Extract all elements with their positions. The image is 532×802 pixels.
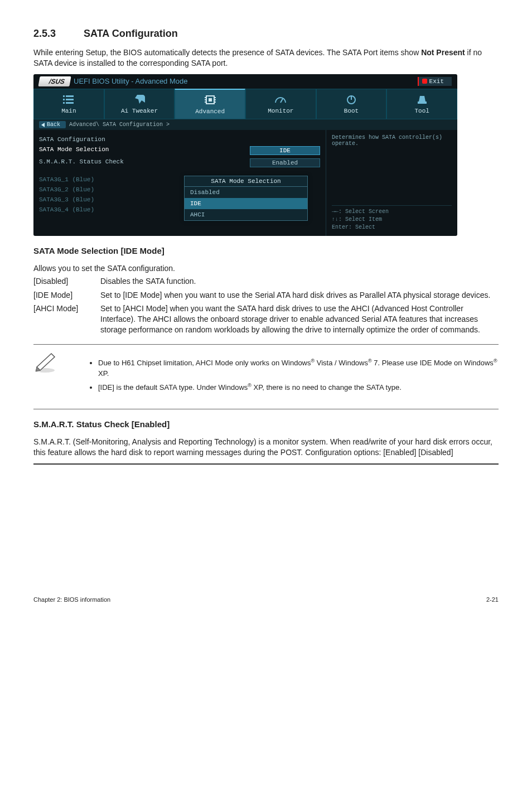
tab-monitor[interactable]: Monitor bbox=[245, 89, 316, 119]
popup-title: SATA Mode Selection bbox=[185, 176, 307, 187]
list-icon bbox=[61, 94, 76, 105]
section-title: SATA Configuration bbox=[84, 28, 178, 40]
tab-boot[interactable]: Boot bbox=[316, 89, 387, 119]
page-footer: Chapter 2: BIOS information 2-21 bbox=[33, 593, 499, 603]
svg-rect-2 bbox=[63, 99, 65, 100]
sata-mode-row[interactable]: SATA Mode Selection IDE bbox=[39, 144, 320, 157]
bios-logo: /SUS UEFI BIOS Utility - Advanced Mode bbox=[39, 76, 187, 86]
svg-rect-0 bbox=[63, 95, 65, 97]
gauge-icon bbox=[273, 94, 288, 105]
nav-hints: →←: Select Screen ↑↓: Select Item Enter:… bbox=[332, 205, 452, 231]
popup-option-ide[interactable]: IDE bbox=[185, 198, 307, 209]
bios-screenshot: /SUS UEFI BIOS Utility - Advanced Mode E… bbox=[33, 74, 457, 236]
mode-popup: SATA Mode Selection Disabled IDE AHCI bbox=[184, 176, 308, 221]
note-1: Due to H61 Chipset limitation, AHCI Mode… bbox=[98, 357, 499, 379]
svg-rect-4 bbox=[63, 102, 65, 104]
popup-option-disabled[interactable]: Disabled bbox=[185, 187, 307, 198]
power-icon-tab bbox=[344, 94, 359, 105]
option-disabled: [Disabled] Disables the SATA function. bbox=[33, 276, 499, 287]
option-ide: [IDE Mode] Set to [IDE Mode] when you wa… bbox=[33, 290, 499, 301]
mode-lead: Allows you to set the SATA configuration… bbox=[33, 263, 499, 274]
intro-paragraph: While entering Setup, the BIOS automatic… bbox=[33, 47, 499, 69]
breadcrumb-path: Advanced\ SATA Configuration > bbox=[69, 122, 170, 128]
svg-rect-3 bbox=[66, 99, 74, 100]
breadcrumb: Back Advanced\ SATA Configuration > bbox=[33, 119, 457, 130]
exit-label: Exit bbox=[429, 78, 444, 85]
mouse-icon bbox=[132, 94, 147, 105]
svg-rect-1 bbox=[66, 95, 74, 97]
help-text: Determines how SATA controller(s) operat… bbox=[332, 134, 452, 147]
note-list: Due to H61 Chipset limitation, AHCI Mode… bbox=[67, 357, 499, 396]
smart-check-row[interactable]: S.M.A.R.T. Status Check Enabled bbox=[39, 157, 320, 169]
tab-ai-tweaker[interactable]: Ai Tweaker bbox=[104, 89, 175, 119]
smart-body: S.M.A.R.T. (Self-Monitoring, Analysis an… bbox=[33, 437, 499, 458]
footer-chapter: Chapter 2: BIOS information bbox=[33, 596, 110, 603]
bios-tab-bar: Main Ai Tweaker Advanced Monitor Boot To… bbox=[33, 89, 457, 119]
brand-badge: /SUS bbox=[38, 76, 71, 86]
note-icon bbox=[33, 350, 57, 376]
note-2: [IDE] is the default SATA type. Under Wi… bbox=[98, 382, 499, 393]
bios-title: UEFI BIOS Utility - Advanced Mode bbox=[74, 77, 187, 85]
svg-rect-5 bbox=[66, 102, 74, 104]
tool-icon bbox=[415, 94, 429, 105]
svg-line-14 bbox=[280, 99, 283, 103]
mode-heading: SATA Mode Selection [IDE Mode] bbox=[33, 246, 499, 255]
popup-option-ahci[interactable]: AHCI bbox=[185, 209, 307, 220]
back-button[interactable]: Back bbox=[39, 121, 66, 128]
chip-icon bbox=[203, 94, 217, 105]
svg-rect-7 bbox=[209, 98, 212, 102]
group-title-row: SATA Configuration bbox=[39, 134, 320, 144]
tab-tool[interactable]: Tool bbox=[386, 89, 457, 119]
bios-settings-panel: SATA Configuration SATA Mode Selection I… bbox=[33, 130, 326, 236]
smart-heading: S.M.A.R.T. Status Check [Enabled] bbox=[33, 419, 499, 429]
exit-button[interactable]: Exit bbox=[418, 77, 452, 86]
option-ahci: [AHCI Mode] Set to [AHCI Mode] when you … bbox=[33, 303, 499, 335]
footer-page: 2-21 bbox=[486, 596, 499, 603]
tab-advanced[interactable]: Advanced bbox=[175, 89, 245, 119]
section-heading: 2.5.3 SATA Configuration bbox=[33, 28, 499, 40]
power-icon bbox=[422, 79, 427, 84]
notes-block: Due to H61 Chipset limitation, AHCI Mode… bbox=[33, 344, 499, 409]
section-number: 2.5.3 bbox=[33, 28, 84, 40]
tab-main[interactable]: Main bbox=[33, 89, 104, 119]
